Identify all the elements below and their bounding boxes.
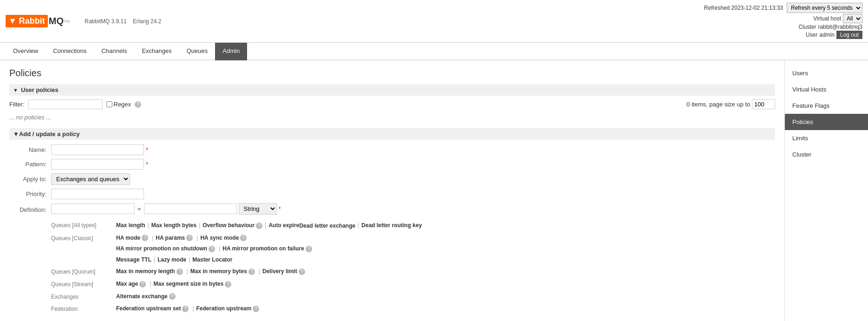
lazy-mode-link[interactable]: Lazy mode bbox=[157, 255, 186, 265]
max-memory-length-help-icon[interactable]: ? bbox=[176, 269, 183, 275]
user-row: User admin Log out bbox=[806, 31, 862, 39]
filter-input[interactable] bbox=[28, 99, 103, 109]
queues-quorum-links: Max in memory length ? | Max in memory b… bbox=[116, 267, 307, 277]
ha-mirror-shutdown-help-icon[interactable]: ? bbox=[209, 246, 215, 252]
nav-item-admin[interactable]: Admin bbox=[215, 43, 247, 60]
master-locator-link[interactable]: Master Locator bbox=[192, 255, 232, 265]
definition-key-input[interactable] bbox=[51, 203, 135, 214]
ha-mirror-shutdown-link[interactable]: HA mirror promotion on shutdown bbox=[116, 244, 207, 254]
cluster-label: Cluster bbox=[798, 24, 816, 30]
page-size-input[interactable] bbox=[752, 99, 775, 109]
sidebar: Users Virtual Hosts Feature Flags Polici… bbox=[784, 60, 868, 321]
def-category-exchanges: Exchanges Alternate exchange ? bbox=[51, 292, 775, 302]
priority-label: Priority: bbox=[9, 190, 51, 197]
name-row: Name: * bbox=[9, 144, 775, 155]
ha-params-help-icon[interactable]: ? bbox=[186, 235, 193, 241]
federation-upstream-set-help-icon[interactable]: ? bbox=[182, 306, 189, 312]
max-age-link[interactable]: Max age bbox=[116, 279, 138, 289]
def-category-queues-quorum: Queues [Quorum] Max in memory length ? |… bbox=[51, 267, 775, 277]
sidebar-item-limits[interactable]: Limits bbox=[785, 130, 868, 146]
refreshed-label: Refreshed 2023-12-02 21:13:33 bbox=[704, 5, 783, 11]
ha-sync-mode-link[interactable]: HA sync mode bbox=[200, 233, 239, 243]
pattern-input[interactable] bbox=[51, 159, 144, 170]
federation-upstream-link[interactable]: Federation upstream bbox=[196, 304, 252, 314]
dead-letter-exchange-link[interactable]: Dead letter exchange bbox=[299, 221, 355, 231]
max-length-bytes-link[interactable]: Max length bytes bbox=[151, 221, 196, 231]
max-length-link[interactable]: Max length bbox=[116, 221, 145, 231]
max-segment-size-help-icon[interactable]: ? bbox=[225, 281, 231, 288]
add-policy-section-header[interactable]: ▼ Add / update a policy bbox=[9, 128, 775, 140]
regex-help-icon[interactable]: ? bbox=[135, 101, 141, 108]
max-memory-length-link[interactable]: Max in memory length bbox=[116, 267, 175, 277]
add-policy-form: Name: * Pattern: * Apply to: Exchanges a… bbox=[9, 144, 775, 314]
items-count: 0 items, page size up to bbox=[686, 101, 750, 108]
alternate-exchange-link[interactable]: Alternate exchange bbox=[116, 292, 168, 302]
ha-mirror-failure-link[interactable]: HA mirror promotion on failure bbox=[222, 244, 304, 254]
nav-item-channels[interactable]: Channels bbox=[94, 43, 134, 60]
nav-item-connections[interactable]: Connections bbox=[46, 43, 94, 60]
nav-item-overview[interactable]: Overview bbox=[6, 43, 46, 60]
logo: ▼ RabbitMQTM bbox=[6, 15, 70, 27]
sidebar-item-policies[interactable]: Policies bbox=[785, 114, 868, 130]
add-section-label: Add / update a policy bbox=[19, 131, 80, 138]
queues-all-label: Queues [All types] bbox=[51, 220, 116, 231]
logo-rabbit-icon: ▼ Rabbit bbox=[6, 15, 48, 27]
priority-input[interactable] bbox=[51, 189, 144, 199]
max-age-help-icon[interactable]: ? bbox=[139, 281, 146, 288]
ha-mode-link[interactable]: HA mode bbox=[116, 233, 140, 243]
delivery-limit-help-icon[interactable]: ? bbox=[299, 269, 305, 275]
def-category-queues-all: Queues [All types] Max length | Max leng… bbox=[51, 220, 775, 231]
max-memory-bytes-help-icon[interactable]: ? bbox=[248, 269, 255, 275]
apply-to-select[interactable]: Exchanges and queues Exchanges Queues bbox=[51, 173, 130, 185]
sidebar-item-cluster[interactable]: Cluster bbox=[785, 146, 868, 163]
filter-label: Filter: bbox=[9, 101, 25, 108]
def-category-queues-classic: Queues [Classic] HA mode ? | HA params ?… bbox=[51, 233, 775, 265]
ha-mirror-failure-help-icon[interactable]: ? bbox=[306, 246, 312, 252]
page-title: Policies bbox=[9, 68, 775, 79]
nav: Overview Connections Channels Exchanges … bbox=[0, 43, 868, 60]
alternate-exchange-help-icon[interactable]: ? bbox=[169, 293, 176, 300]
content: Policies ▼ User policies Filter: Regex ?… bbox=[0, 60, 784, 321]
overflow-behaviour-link[interactable]: Overflow behaviour bbox=[202, 221, 255, 231]
regex-checkbox[interactable] bbox=[106, 101, 112, 107]
def-category-federation: Federation Federation upstream set ? | F… bbox=[51, 304, 775, 314]
ha-sync-mode-help-icon[interactable]: ? bbox=[240, 235, 247, 241]
add-toggle-arrow-icon: ▼ bbox=[13, 131, 19, 138]
exchanges-label: Exchanges bbox=[51, 292, 116, 302]
items-info: 0 items, page size up to bbox=[686, 99, 775, 109]
nav-item-queues[interactable]: Queues bbox=[179, 43, 215, 60]
type-select[interactable]: String Number Boolean List bbox=[239, 203, 277, 215]
logout-button[interactable]: Log out bbox=[836, 31, 862, 39]
nav-item-exchanges[interactable]: Exchanges bbox=[134, 43, 179, 60]
vhost-select[interactable]: All bbox=[843, 14, 862, 23]
vhost-row: Virtual host All bbox=[813, 14, 862, 23]
overflow-help-icon[interactable]: ? bbox=[256, 223, 262, 229]
message-ttl-link[interactable]: Message TTL bbox=[116, 255, 151, 265]
sidebar-item-virtual-hosts[interactable]: Virtual Hosts bbox=[785, 81, 868, 98]
filter-row: Filter: Regex ? 0 items, page size up to bbox=[9, 99, 775, 109]
regex-label: Regex bbox=[106, 101, 131, 108]
ha-params-link[interactable]: HA params bbox=[156, 233, 185, 243]
federation-label: Federation bbox=[51, 304, 116, 314]
sidebar-item-feature-flags[interactable]: Feature Flags bbox=[785, 98, 868, 114]
federation-upstream-set-link[interactable]: Federation upstream set bbox=[116, 304, 181, 314]
name-input[interactable] bbox=[51, 144, 144, 155]
definition-label: Definition: bbox=[9, 206, 51, 213]
sidebar-item-users[interactable]: Users bbox=[785, 65, 868, 81]
user-policies-section-header[interactable]: ▼ User policies bbox=[9, 84, 775, 96]
refresh-select[interactable]: Refresh every 5 seconds bbox=[787, 3, 862, 13]
regex-text: Regex bbox=[114, 101, 131, 108]
max-memory-bytes-link[interactable]: Max in memory bytes bbox=[190, 267, 247, 277]
auto-expire-link[interactable]: Auto expire bbox=[268, 221, 299, 231]
cluster-value: rabbit@rabbitmq3 bbox=[818, 24, 862, 30]
dead-letter-routing-key-link[interactable]: Dead letter routing key bbox=[361, 221, 422, 231]
toggle-arrow-icon: ▼ bbox=[13, 87, 18, 93]
max-segment-size-link[interactable]: Max segment size in bytes bbox=[153, 279, 223, 289]
logo-tm-text: TM bbox=[64, 19, 70, 24]
ha-mode-help-icon[interactable]: ? bbox=[142, 235, 148, 241]
federation-upstream-help-icon[interactable]: ? bbox=[253, 306, 259, 312]
queues-quorum-label: Queues [Quorum] bbox=[51, 267, 116, 277]
delivery-limit-link[interactable]: Delivery limit bbox=[262, 267, 297, 277]
vhost-label: Virtual host bbox=[813, 15, 841, 22]
definition-value-input[interactable] bbox=[144, 203, 237, 214]
